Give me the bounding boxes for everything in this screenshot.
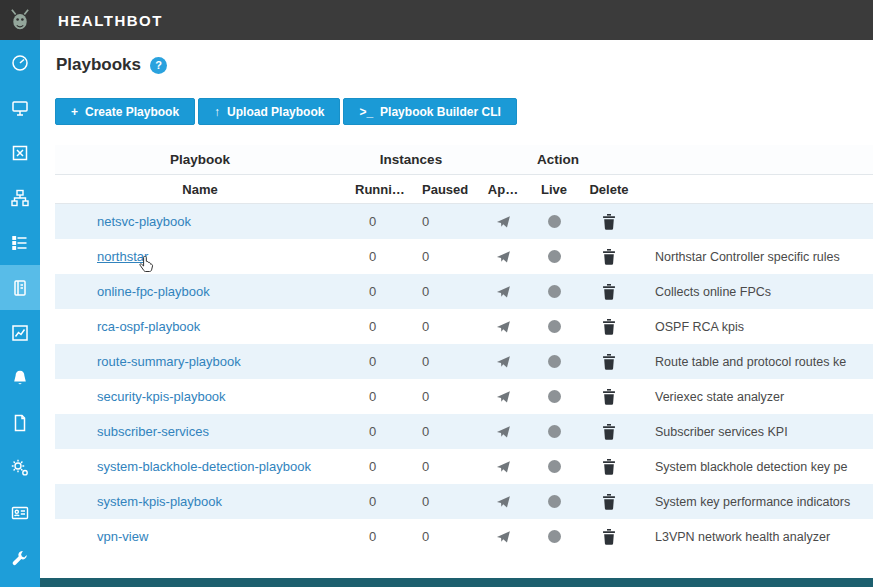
sidebar-item-dashboard[interactable]: [0, 40, 40, 85]
live-toggle[interactable]: [529, 320, 579, 333]
playbook-link[interactable]: subscriber-services: [55, 424, 345, 439]
main-content: Playbooks ? + Create Playbook ↑ Upload P…: [40, 40, 873, 587]
column-header-running: Runni…: [345, 182, 415, 197]
sidebar-item-device-group[interactable]: [0, 130, 40, 175]
apply-button[interactable]: [477, 214, 529, 229]
running-count: 0: [345, 354, 415, 369]
sidebar-item-reports[interactable]: [0, 400, 40, 445]
apply-button[interactable]: [477, 354, 529, 369]
trash-icon: [602, 249, 616, 265]
playbook-link[interactable]: system-blackhole-detection-playbook: [55, 459, 345, 474]
playbook-description: L3VPN network health analyzer: [639, 530, 873, 544]
delete-button[interactable]: [579, 354, 639, 370]
paused-count: 0: [415, 459, 477, 474]
apply-button[interactable]: [477, 249, 529, 264]
topbar: HEALTHBOT: [0, 0, 873, 40]
paused-count: 0: [415, 424, 477, 439]
paper-plane-icon: [496, 249, 511, 264]
playbook-builder-cli-button[interactable]: >_ Playbook Builder CLI: [343, 98, 516, 125]
playbook-link[interactable]: system-kpis-playbook: [55, 494, 345, 509]
delete-button[interactable]: [579, 249, 639, 265]
apply-button[interactable]: [477, 529, 529, 544]
live-toggle[interactable]: [529, 285, 579, 298]
healthbot-logo: [0, 0, 40, 40]
paused-count: 0: [415, 389, 477, 404]
playbook-link[interactable]: route-summary-playbook: [55, 354, 345, 369]
paper-plane-icon: [496, 529, 511, 544]
trash-icon: [602, 529, 616, 545]
trash-icon: [602, 214, 616, 230]
paused-count: 0: [415, 529, 477, 544]
trash-icon: [602, 424, 616, 440]
delete-button[interactable]: [579, 424, 639, 440]
live-toggle[interactable]: [529, 530, 579, 543]
playbook-link[interactable]: rca-ospf-playbook: [55, 319, 345, 334]
sidebar-item-rules[interactable]: [0, 220, 40, 265]
sidebar-item-playbooks[interactable]: [0, 265, 40, 310]
table-row: route-summary-playbook 0 0 Route table a…: [55, 344, 873, 379]
apply-button[interactable]: [477, 319, 529, 334]
running-count: 0: [345, 214, 415, 229]
playbook-link[interactable]: northstar: [55, 249, 345, 264]
playbook-description: Veriexec state analyzer: [639, 390, 873, 404]
paper-plane-icon: [496, 389, 511, 404]
healthbot-logo-icon: [7, 7, 33, 33]
upload-icon: ↑: [214, 105, 220, 119]
playbook-link[interactable]: online-fpc-playbook: [55, 284, 345, 299]
live-status-icon: [548, 390, 561, 403]
sidebar-item-settings[interactable]: [0, 445, 40, 490]
live-status-icon: [548, 460, 561, 473]
help-icon[interactable]: ?: [150, 57, 167, 74]
group-header-playbook: Playbook: [55, 152, 345, 167]
playbook-link[interactable]: netsvc-playbook: [55, 214, 345, 229]
sidebar-item-tools[interactable]: [0, 535, 40, 580]
playbook-builder-cli-label: Playbook Builder CLI: [380, 105, 501, 119]
live-status-icon: [548, 355, 561, 368]
sidebar-item-administration[interactable]: [0, 490, 40, 535]
playbook-link[interactable]: security-kpis-playbook: [55, 389, 345, 404]
live-status-icon: [548, 530, 561, 543]
chart-icon: [10, 323, 30, 343]
live-toggle[interactable]: [529, 425, 579, 438]
delete-button[interactable]: [579, 494, 639, 510]
apply-button[interactable]: [477, 494, 529, 509]
column-header-apply: Ap…: [477, 182, 529, 197]
delete-button[interactable]: [579, 214, 639, 230]
sidebar-item-charts[interactable]: [0, 310, 40, 355]
running-count: 0: [345, 284, 415, 299]
trash-icon: [602, 389, 616, 405]
apply-button[interactable]: [477, 389, 529, 404]
sitemap-icon: [10, 188, 30, 208]
live-toggle[interactable]: [529, 215, 579, 228]
live-toggle[interactable]: [529, 460, 579, 473]
running-count: 0: [345, 249, 415, 264]
live-toggle[interactable]: [529, 390, 579, 403]
table-row: system-kpis-playbook 0 0 System key perf…: [55, 484, 873, 519]
table-row: system-blackhole-detection-playbook 0 0 …: [55, 449, 873, 484]
sidebar-item-devices[interactable]: [0, 85, 40, 130]
trash-icon: [602, 459, 616, 475]
sidebar-item-alarms[interactable]: [0, 355, 40, 400]
delete-button[interactable]: [579, 389, 639, 405]
live-status-icon: [548, 320, 561, 333]
sidebar-item-topology[interactable]: [0, 175, 40, 220]
playbook-link[interactable]: vpn-view: [55, 529, 345, 544]
live-toggle[interactable]: [529, 355, 579, 368]
playbook-description: System key performance indicators: [639, 495, 873, 509]
upload-playbook-button[interactable]: ↑ Upload Playbook: [198, 98, 340, 125]
live-status-icon: [548, 495, 561, 508]
paused-count: 0: [415, 249, 477, 264]
playbook-icon: [10, 278, 30, 298]
file-icon: [10, 413, 30, 433]
create-playbook-button[interactable]: + Create Playbook: [55, 98, 195, 125]
live-toggle[interactable]: [529, 495, 579, 508]
apply-button[interactable]: [477, 284, 529, 299]
delete-button[interactable]: [579, 319, 639, 335]
delete-button[interactable]: [579, 284, 639, 300]
delete-button[interactable]: [579, 529, 639, 545]
apply-button[interactable]: [477, 459, 529, 474]
apply-button[interactable]: [477, 424, 529, 439]
table-row: northstar 0 0 Northstar Controller speci…: [55, 239, 873, 274]
delete-button[interactable]: [579, 459, 639, 475]
live-toggle[interactable]: [529, 250, 579, 263]
